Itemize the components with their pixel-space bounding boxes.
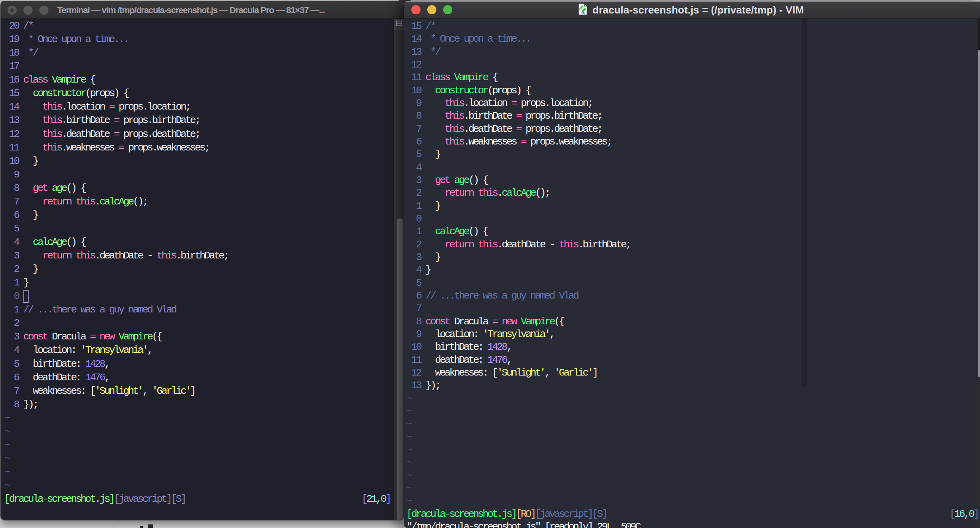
svg-text:JS: JS <box>581 12 585 15</box>
